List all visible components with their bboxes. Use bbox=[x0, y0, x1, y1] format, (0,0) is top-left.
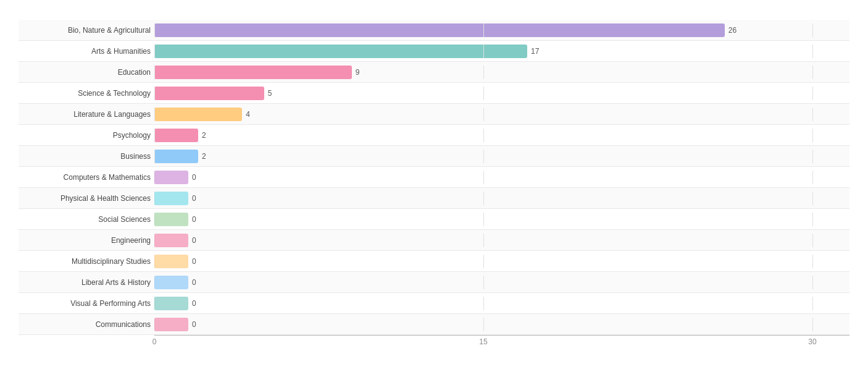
grid-line bbox=[483, 297, 484, 310]
bar-row: Literature & Languages4 bbox=[19, 104, 849, 125]
bar-container: 17 bbox=[154, 45, 849, 58]
grid-line bbox=[812, 150, 813, 163]
bar-row: Psychology2 bbox=[19, 125, 849, 146]
bar-value-label: 4 bbox=[246, 110, 250, 119]
x-axis: 01530 bbox=[154, 335, 849, 350]
grid-line bbox=[812, 45, 813, 58]
grid-line bbox=[812, 234, 813, 247]
grid-line bbox=[812, 66, 813, 79]
bar-container: 9 bbox=[154, 66, 849, 79]
grid-line bbox=[483, 255, 484, 268]
bar-row: Liberal Arts & History0 bbox=[19, 272, 849, 293]
bar-value-label: 0 bbox=[192, 236, 196, 245]
bar-label: Business bbox=[19, 152, 154, 161]
bar-value-label: 26 bbox=[728, 26, 737, 35]
grid-line bbox=[483, 276, 484, 289]
grid-line bbox=[483, 87, 484, 100]
bar-container: 0 bbox=[154, 192, 849, 205]
bar-label: Liberal Arts & History bbox=[19, 278, 154, 287]
bar-container: 26 bbox=[154, 23, 849, 37]
bar-row: Business2 bbox=[19, 146, 849, 167]
bar-value-label: 0 bbox=[192, 257, 196, 266]
bar-container: 5 bbox=[154, 87, 849, 100]
bar-container: 2 bbox=[154, 150, 849, 163]
bar-row: Computers & Mathematics0 bbox=[19, 167, 849, 188]
bar-value-label: 2 bbox=[202, 131, 206, 140]
x-tick-label: 0 bbox=[152, 337, 157, 346]
bar bbox=[154, 150, 198, 163]
bar bbox=[154, 45, 527, 58]
bar-label: Education bbox=[19, 68, 154, 77]
bar-row: Science & Technology5 bbox=[19, 83, 849, 104]
bar-container: 0 bbox=[154, 255, 849, 268]
bar-value-label: 17 bbox=[531, 47, 539, 56]
grid-line bbox=[483, 129, 484, 142]
bar bbox=[154, 276, 188, 289]
grid-line bbox=[812, 213, 813, 226]
x-axis-line bbox=[154, 335, 849, 336]
bar-container: 0 bbox=[154, 318, 849, 331]
bar-value-label: 0 bbox=[192, 173, 196, 182]
chart-area: Bio, Nature & Agricultural26Arts & Human… bbox=[19, 20, 849, 335]
bar-label: Multidisciplinary Studies bbox=[19, 257, 154, 266]
bar-row: Social Sciences0 bbox=[19, 209, 849, 230]
bar-container: 0 bbox=[154, 276, 849, 289]
bar-label: Computers & Mathematics bbox=[19, 173, 154, 182]
grid-line bbox=[483, 213, 484, 226]
bar-value-label: 0 bbox=[192, 194, 196, 203]
bar-label: Visual & Performing Arts bbox=[19, 299, 154, 308]
bar-value-label: 2 bbox=[202, 152, 206, 161]
bar-row: Engineering0 bbox=[19, 230, 849, 251]
bar-container: 2 bbox=[154, 129, 849, 142]
bar-label: Arts & Humanities bbox=[19, 47, 154, 56]
bar-value-label: 0 bbox=[192, 320, 196, 329]
bar-label: Engineering bbox=[19, 236, 154, 245]
grid-line bbox=[812, 318, 813, 331]
bar-row: Communications0 bbox=[19, 314, 849, 335]
bar bbox=[154, 318, 188, 331]
grid-line bbox=[812, 171, 813, 184]
grid-line bbox=[812, 129, 813, 142]
bar bbox=[154, 108, 242, 121]
bar bbox=[154, 192, 188, 205]
bar-container: 0 bbox=[154, 234, 849, 247]
bar-label: Communications bbox=[19, 320, 154, 329]
bar-container: 0 bbox=[154, 171, 849, 184]
bar-label: Psychology bbox=[19, 131, 154, 140]
grid-line bbox=[483, 318, 484, 331]
grid-line bbox=[812, 87, 813, 100]
bar-label: Science & Technology bbox=[19, 89, 154, 98]
bar bbox=[154, 255, 188, 268]
bar-value-label: 0 bbox=[192, 299, 196, 308]
bar-row: Education9 bbox=[19, 62, 849, 83]
grid-line bbox=[812, 192, 813, 205]
bar-label: Bio, Nature & Agricultural bbox=[19, 26, 154, 35]
bar bbox=[154, 87, 264, 100]
x-tick-label: 30 bbox=[808, 337, 816, 346]
chart-wrapper: Bio, Nature & Agricultural26Arts & Human… bbox=[19, 12, 849, 350]
bar bbox=[154, 213, 188, 226]
grid-line bbox=[812, 297, 813, 310]
bar bbox=[154, 297, 188, 310]
bar-row: Visual & Performing Arts0 bbox=[19, 293, 849, 314]
grid-line bbox=[812, 276, 813, 289]
bar bbox=[154, 171, 188, 184]
bar-row: Physical & Health Sciences0 bbox=[19, 188, 849, 209]
grid-line bbox=[483, 192, 484, 205]
grid-line bbox=[812, 108, 813, 121]
bar-label: Social Sciences bbox=[19, 215, 154, 224]
grid-line bbox=[483, 234, 484, 247]
bar bbox=[154, 129, 198, 142]
bar bbox=[154, 23, 725, 37]
bar-value-label: 9 bbox=[356, 68, 360, 77]
bar-container: 0 bbox=[154, 297, 849, 310]
bar bbox=[154, 66, 352, 79]
grid-line bbox=[483, 66, 484, 79]
x-tick-label: 15 bbox=[479, 337, 487, 346]
bar-label: Literature & Languages bbox=[19, 110, 154, 119]
bar bbox=[154, 234, 188, 247]
bar-value-label: 0 bbox=[192, 278, 196, 287]
grid-line bbox=[483, 108, 484, 121]
bar-row: Multidisciplinary Studies0 bbox=[19, 251, 849, 272]
bar-value-label: 5 bbox=[268, 89, 272, 98]
